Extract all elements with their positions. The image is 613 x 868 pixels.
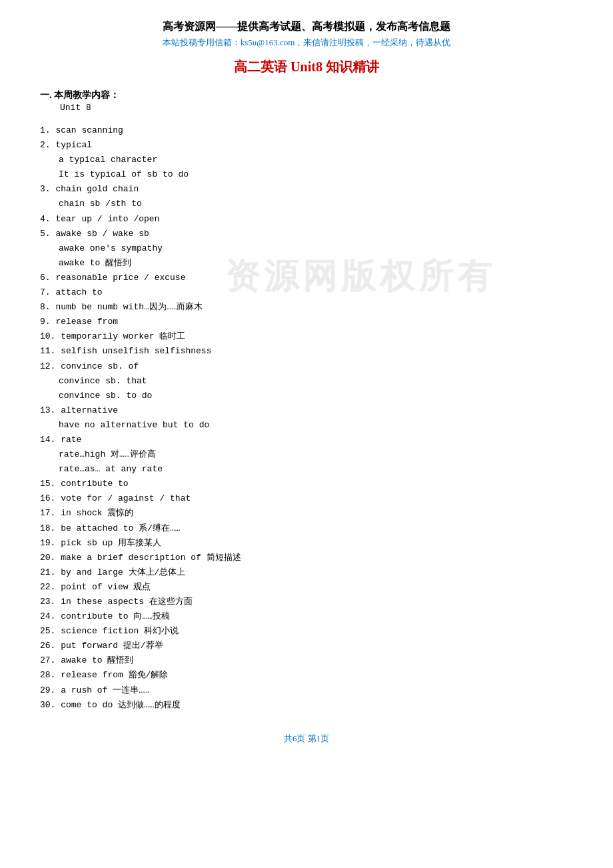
list-item: 26. put forward 提出/荐举 [40,639,573,653]
page-title: 高二英语 Unit8 知识精讲 [40,58,573,76]
header-subtitle-suffix: ，来信请注明投稿，一经采纳，待遇从优 [295,37,450,47]
list-item: 29. a rush of 一连串…… [40,683,573,698]
list-item: 12. convince sb. ofconvince sb. thatconv… [40,359,573,403]
list-item-sub: a typical character [59,153,573,167]
list-item: 2. typicala typical characterIt is typic… [40,138,573,182]
section-title: 一. 本周教学内容： [40,89,573,101]
vocab-list: 1. scan scanning2. typicala typical char… [40,123,573,713]
list-item: 24. contribute to 向……投稿 [40,609,573,624]
list-item-sub: rate…high 对……评价高 [59,447,573,462]
list-item: 20. make a brief description of 简短描述 [40,551,573,565]
unit-label: Unit 8 [60,103,573,113]
list-item: 13. alternativehave no alternative but t… [40,403,573,433]
list-item: 19. pick sb up 用车接某人 [40,536,573,551]
list-item-sub: convince sb. to do [59,389,573,403]
list-item: 1. scan scanning [40,123,573,138]
list-item: 3. chain gold chainchain sb /sth to [40,182,573,211]
list-item: 25. science fiction 科幻小说 [40,624,573,639]
list-item-sub: chain sb /sth to [59,197,573,211]
list-item-sub: awake one's sympathy [59,241,573,256]
list-item: 10. temporarily worker 临时工 [40,329,573,344]
list-item: 5. awake sb / wake sbawake one's sympath… [40,227,573,271]
header-title: 高考资源网——提供高考试题、高考模拟题，发布高考信息题 [40,20,573,34]
footer: 共6页 第1页 [40,733,573,745]
list-item: 23. in these aspects 在这些方面 [40,595,573,609]
list-item: 7. attach to [40,285,573,300]
list-item: 11. selfish unselfish selfishness [40,344,573,359]
list-item: 27. awake to 醒悟到 [40,653,573,668]
list-item: 18. be attached to 系/缚在…… [40,521,573,536]
list-item-sub: It is typical of sb to do [59,167,573,182]
list-item-sub: awake to 醒悟到 [59,256,573,271]
list-item-sub: have no alternative but to do [59,418,573,433]
list-item: 17. in shock 震惊的 [40,506,573,521]
list-item: 14. raterate…high 对……评价高rate…as… at any … [40,433,573,477]
list-item: 9. release from [40,315,573,329]
list-item: 16. vote for / against / that [40,491,573,506]
list-item: 22. point of view 观点 [40,580,573,595]
header-email: ks5u@163.com [241,37,295,47]
list-item: 6. reasonable price / excuse [40,271,573,285]
list-item-sub: rate…as… at any rate [59,462,573,477]
list-item: 4. tear up / into /open [40,212,573,227]
header-subtitle: 本站投稿专用信箱：ks5u@163.com，来信请注明投稿，一经采纳，待遇从优 [40,37,573,49]
header-subtitle-prefix: 本站投稿专用信箱： [163,37,241,47]
list-item: 8. numb be numb with…因为……而麻木 [40,300,573,315]
list-item: 30. come to do 达到做……的程度 [40,698,573,713]
list-item: 28. release from 豁免/解除 [40,668,573,683]
list-item-sub: convince sb. that [59,374,573,389]
list-item: 21. by and large 大体上/总体上 [40,565,573,580]
list-item: 15. contribute to [40,477,573,491]
